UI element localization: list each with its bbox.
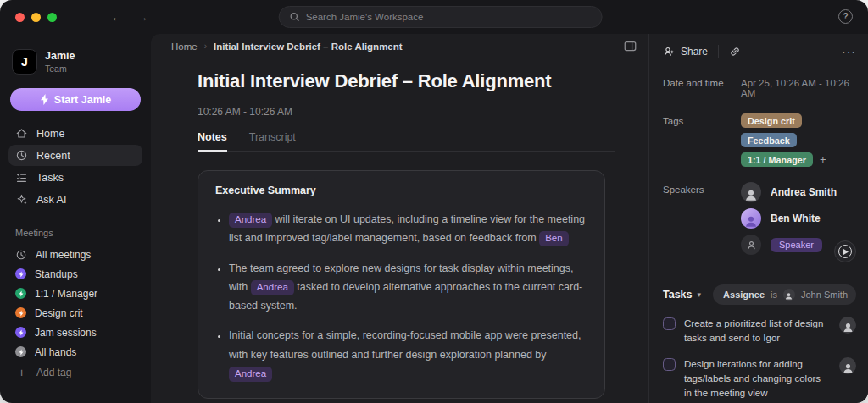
task-text: Create a prioritized list of design task…	[684, 317, 829, 346]
lightning-icon	[19, 271, 24, 278]
avatar	[839, 317, 856, 334]
workspace-profile[interactable]: J Jamie Team	[8, 46, 142, 75]
sidebar-item-design-crit[interactable]: Design crit	[8, 303, 142, 323]
clock-icon	[15, 149, 28, 162]
lightning-icon	[19, 290, 24, 297]
search-input[interactable]	[306, 12, 592, 22]
page-title: Initial Interview Debrief – Role Alignme…	[198, 70, 615, 92]
plus-icon: +	[15, 366, 28, 379]
help-button[interactable]: ?	[838, 9, 853, 24]
person-badge[interactable]: Andrea	[251, 280, 294, 295]
search-icon	[290, 12, 300, 22]
filter-field: Assignee	[723, 290, 765, 300]
date-time-value: Apr 25, 10:26 AM - 10:26 AM	[741, 75, 856, 98]
close-window-button[interactable]	[15, 13, 25, 22]
sidebar-item-jam-sessions[interactable]: Jam sessions	[8, 323, 142, 342]
sidebar-item-ask-ai[interactable]: Ask AI	[8, 189, 142, 210]
tags-list: Design crit Feedback 1:1 / Manager +	[741, 113, 856, 167]
meetings-section-label: Meetings	[15, 228, 136, 238]
breadcrumb: Home › Initial Interview Debrief – Role …	[171, 41, 403, 52]
tag-pill-manager[interactable]: 1:1 / Manager	[741, 152, 813, 167]
tag-pill-feedback[interactable]: Feedback	[741, 133, 797, 147]
clock-icon	[15, 249, 27, 261]
sidebar-item-label: All meetings	[36, 249, 91, 261]
summary-heading: Executive Summary	[215, 185, 587, 196]
add-tag-button[interactable]: + Add tag	[8, 362, 142, 383]
add-tag-button[interactable]: +	[818, 153, 828, 166]
maximize-window-button[interactable]	[47, 13, 57, 22]
chevron-down-icon[interactable]: ▾	[698, 290, 702, 299]
toggle-side-panel-button[interactable]	[624, 41, 637, 52]
summary-bullet-list: Andrea will iterate on UI updates, inclu…	[229, 210, 587, 383]
tag-color-dot	[15, 346, 26, 357]
task-row: Create a prioritized list of design task…	[663, 317, 856, 346]
sidebar-item-label: Tasks	[36, 172, 64, 184]
summary-bullet: The team agreed to explore new designs f…	[229, 259, 587, 316]
tag-color-dot	[15, 268, 26, 279]
person-add-icon	[663, 46, 675, 58]
forward-button[interactable]: →	[136, 11, 148, 23]
tags-label: Tags	[663, 113, 741, 167]
filter-operator: is	[771, 290, 777, 300]
avatar	[783, 289, 795, 301]
task-text: Design iterations for adding tags/labels…	[684, 357, 829, 401]
app-window: ← → ? J Jamie Team Start Jamie	[0, 0, 868, 403]
sidebar-item-home[interactable]: Home	[8, 123, 142, 144]
lightning-icon	[19, 329, 24, 336]
avatar	[741, 208, 761, 229]
workspace-avatar: J	[12, 49, 37, 75]
panel-icon	[624, 41, 637, 52]
person-badge[interactable]: Andrea	[229, 213, 272, 228]
sidebar-item-all-hands[interactable]: All hands	[8, 342, 142, 362]
executive-summary-card: Executive Summary Andrea will iterate on…	[198, 170, 605, 399]
link-icon	[729, 46, 741, 58]
filter-value: John Smith	[801, 290, 848, 300]
sidebar-item-1-1-manager[interactable]: 1:1 / Manager	[8, 284, 142, 303]
start-jamie-button[interactable]: Start Jamie	[10, 88, 141, 111]
window-controls	[15, 13, 57, 22]
sidebar-item-standups[interactable]: Standups	[8, 264, 142, 284]
avatar	[839, 357, 856, 374]
workspace-subtitle: Team	[45, 63, 75, 74]
tab-transcript[interactable]: Transcript	[249, 131, 296, 151]
minimize-window-button[interactable]	[31, 13, 41, 22]
summary-bullet: Andrea will iterate on UI updates, inclu…	[229, 210, 587, 248]
add-tag-label: Add tag	[36, 367, 71, 378]
avatar	[741, 182, 761, 202]
checklist-icon	[15, 171, 28, 184]
content-panel: Home › Initial Interview Debrief – Role …	[151, 34, 868, 403]
tag-pill-design-crit[interactable]: Design crit	[741, 113, 802, 128]
task-checkbox[interactable]	[663, 317, 676, 330]
sidebar-item-label: Design crit	[35, 307, 83, 319]
main-column: Home › Initial Interview Debrief – Role …	[151, 34, 648, 403]
tasks-section: Tasks ▾ Assignee is John Smith Create a …	[649, 273, 868, 403]
task-checkbox[interactable]	[663, 358, 676, 371]
workspace-search[interactable]	[279, 6, 603, 28]
copy-link-button[interactable]	[729, 46, 741, 58]
assignee-filter[interactable]: Assignee is John Smith	[713, 284, 856, 305]
tasks-heading[interactable]: Tasks	[663, 289, 693, 301]
window-titlebar: ← → ?	[0, 0, 868, 34]
sidebar-item-all-meetings[interactable]: All meetings	[8, 245, 142, 264]
lightning-icon	[40, 94, 49, 105]
person-badge[interactable]: Ben	[539, 231, 568, 246]
speaker-row: Ben White	[741, 208, 860, 229]
sidebar-item-label: Recent	[36, 150, 70, 162]
speaker-row: Andrea Smith	[741, 182, 860, 202]
date-time-label: Date and time	[663, 75, 741, 98]
back-button[interactable]: ←	[111, 11, 123, 23]
play-recording-button[interactable]	[834, 240, 856, 262]
more-options-button[interactable]: ···	[842, 49, 856, 55]
tag-color-dot	[15, 307, 26, 318]
summary-bullet: Initial concepts for a simple, recording…	[229, 326, 587, 383]
history-nav: ← →	[111, 11, 148, 23]
sidebar-item-label: Home	[36, 128, 64, 140]
person-badge[interactable]: Andrea	[229, 367, 272, 382]
chevron-right-icon: ›	[204, 41, 207, 51]
sidebar-item-tasks[interactable]: Tasks	[8, 167, 142, 188]
sidebar-item-recent[interactable]: Recent	[8, 145, 142, 166]
notes-transcript-tabs: Notes Transcript	[198, 131, 615, 152]
breadcrumb-home-link[interactable]: Home	[171, 41, 198, 52]
share-button[interactable]: Share	[663, 46, 708, 58]
tab-notes[interactable]: Notes	[198, 131, 227, 152]
